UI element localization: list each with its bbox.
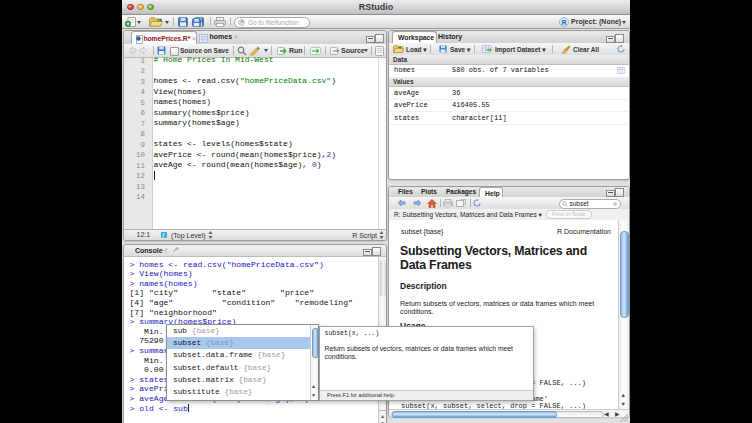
svg-text:R: R [561, 19, 566, 26]
